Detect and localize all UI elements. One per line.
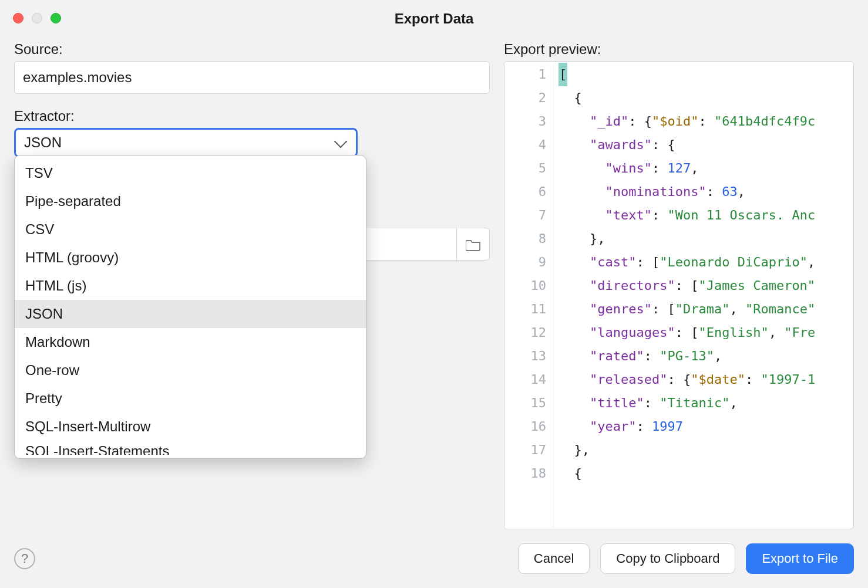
extractor-option[interactable]: Pipe-separated <box>15 187 366 215</box>
code-line: { <box>554 462 853 485</box>
code-line: "wins": 127, <box>554 157 853 180</box>
code-line: "year": 1997 <box>554 415 853 438</box>
gutter-line-number: 7 <box>504 204 546 227</box>
export-to-file-button[interactable]: Export to File <box>746 543 854 574</box>
cancel-button[interactable]: Cancel <box>518 543 590 574</box>
gutter-line-number: 1 <box>504 63 546 86</box>
gutter-line-number: 18 <box>504 462 546 485</box>
help-button[interactable]: ? <box>14 548 35 569</box>
code-line: "nominations": 63, <box>554 180 853 204</box>
source-value: examples.movies <box>23 69 481 86</box>
gutter-line-number: 16 <box>504 415 546 438</box>
extractor-option[interactable]: Markdown <box>15 328 366 356</box>
extractor-selected-value: JSON <box>24 134 62 151</box>
gutter-line-number: 13 <box>504 344 546 368</box>
code-line: "cast": ["Leonardo DiCaprio", <box>554 251 853 274</box>
export-preview: 123456789101112131415161718 [ { "_id": {… <box>504 61 854 529</box>
extractor-option[interactable]: TSV <box>15 159 366 187</box>
code-line: }, <box>554 438 853 462</box>
code-line: "_id": {"$oid": "641b4dfc4f9c <box>554 110 853 133</box>
extractor-dropdown[interactable]: TSVPipe-separatedCSVHTML (groovy)HTML (j… <box>14 155 366 459</box>
gutter-line-number: 14 <box>504 368 546 391</box>
extractor-option[interactable]: CSV <box>15 215 366 244</box>
gutter-line-number: 5 <box>504 157 546 180</box>
gutter-line-number: 10 <box>504 274 546 298</box>
gutter-line-number: 2 <box>504 86 546 110</box>
code-line: "released": {"$date": "1997-1 <box>554 368 853 391</box>
gutter-line-number: 3 <box>504 110 546 133</box>
preview-code[interactable]: [ { "_id": {"$oid": "641b4dfc4f9c "award… <box>554 62 853 529</box>
gutter-line-number: 9 <box>504 251 546 274</box>
source-input[interactable]: examples.movies <box>14 61 490 94</box>
extractor-option[interactable]: HTML (groovy) <box>15 244 366 272</box>
code-line: [ <box>554 63 853 86</box>
export-data-dialog: Export Data Source: examples.movies Extr… <box>0 0 868 588</box>
code-line: "awards": { <box>554 133 853 157</box>
source-label: Source: <box>14 41 490 58</box>
help-icon: ? <box>21 551 28 566</box>
copy-to-clipboard-button[interactable]: Copy to Clipboard <box>600 543 735 574</box>
chevron-down-icon <box>334 135 348 148</box>
code-line: }, <box>554 227 853 251</box>
extractor-label: Extractor: <box>14 108 490 124</box>
extractor-option[interactable]: JSON <box>15 300 366 328</box>
preview-gutter: 123456789101112131415161718 <box>504 62 554 529</box>
code-line: "title": "Titanic", <box>554 391 853 415</box>
window-title: Export Data <box>0 11 868 27</box>
gutter-line-number: 17 <box>504 438 546 462</box>
browse-folder-button[interactable] <box>456 228 489 261</box>
gutter-line-number: 6 <box>504 180 546 204</box>
extractor-option[interactable]: SQL-Insert-Statements <box>15 441 366 455</box>
code-line: "text": "Won 11 Oscars. Anc <box>554 204 853 227</box>
code-line: "rated": "PG-13", <box>554 344 853 368</box>
gutter-line-number: 8 <box>504 227 546 251</box>
extractor-option[interactable]: One-row <box>15 356 366 384</box>
gutter-line-number: 4 <box>504 133 546 157</box>
extractor-option[interactable]: SQL-Insert-Multirow <box>15 413 366 441</box>
preview-label: Export preview: <box>504 41 854 58</box>
folder-icon <box>466 238 481 251</box>
extractor-option[interactable]: Pretty <box>15 384 366 413</box>
code-line: "directors": ["James Cameron" <box>554 274 853 298</box>
extractor-select[interactable]: JSON <box>14 128 358 157</box>
gutter-line-number: 11 <box>504 298 546 321</box>
extractor-option[interactable]: HTML (js) <box>15 272 366 300</box>
gutter-line-number: 12 <box>504 321 546 344</box>
code-line: "genres": ["Drama", "Romance" <box>554 298 853 321</box>
code-line: "languages": ["English", "Fre <box>554 321 853 344</box>
code-line: { <box>554 86 853 110</box>
gutter-line-number: 15 <box>504 391 546 415</box>
